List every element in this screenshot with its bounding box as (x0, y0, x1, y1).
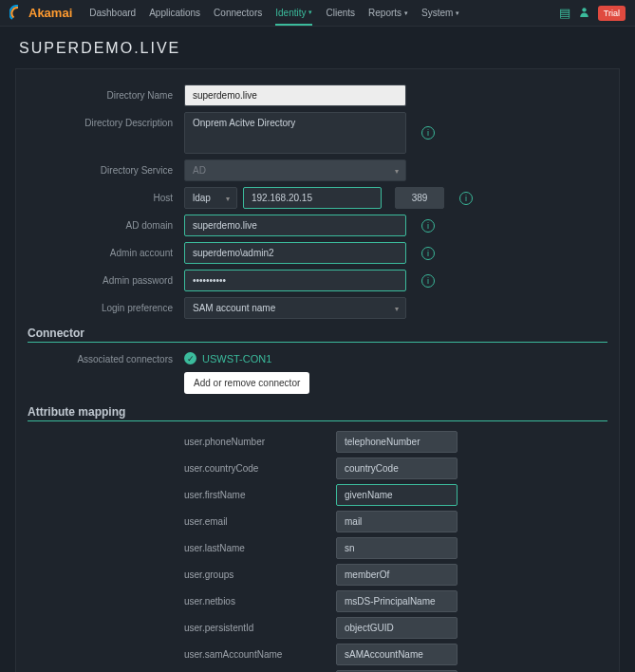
attribute-value-input[interactable] (336, 511, 458, 532)
ad-domain-input[interactable] (184, 215, 406, 236)
connector-name: ✓ USWST-CON1 (184, 352, 309, 364)
user-attribute-label: user.persistentId (184, 623, 336, 633)
add-remove-connector-button[interactable]: Add or remove connector (184, 372, 309, 394)
attribute-row: user.email (28, 511, 607, 532)
user-attribute-label: user.lastName (184, 543, 336, 553)
info-icon[interactable]: i (421, 274, 435, 288)
info-icon[interactable]: i (421, 247, 435, 260)
akamai-swoosh-icon (9, 5, 27, 22)
page-title: SUPERDEMO.LIVE (19, 40, 620, 57)
info-icon[interactable]: i (421, 126, 435, 140)
nav-right: ▤ Trial (559, 6, 626, 21)
divider (28, 420, 607, 421)
host-ip-input[interactable] (243, 187, 382, 209)
user-icon[interactable] (578, 6, 590, 21)
attribute-value-input[interactable] (336, 537, 458, 559)
user-attribute-label: user.groups (184, 569, 336, 580)
admin-account-input[interactable] (184, 242, 406, 264)
attribute-value-input[interactable] (336, 590, 458, 612)
svg-point-0 (582, 8, 586, 11)
nav-applications[interactable]: Applications (149, 8, 200, 19)
nav-dashboard[interactable]: Dashboard (89, 8, 136, 19)
admin-password-input[interactable] (184, 270, 406, 291)
chevron-down-icon: ▾ (404, 9, 408, 17)
attribute-value-input[interactable] (336, 484, 458, 506)
nav-clients[interactable]: Clients (326, 8, 355, 19)
attribute-value-input[interactable] (336, 564, 458, 586)
host-protocol-select[interactable]: ldap (184, 187, 237, 209)
label-login-preference: Login preference (28, 297, 184, 313)
chevron-down-icon: ▾ (456, 9, 459, 17)
nav-connectors[interactable]: Connectors (214, 8, 262, 19)
label-admin-password: Admin password (28, 270, 184, 286)
brand-logo: Akamai (9, 5, 72, 22)
attribute-row: user.lastName (28, 537, 607, 559)
label-ad-domain: AD domain (28, 215, 184, 231)
attribute-rows: user.phoneNumberuser.countryCodeuser.fir… (28, 431, 607, 672)
user-attribute-label: user.netbios (184, 596, 336, 607)
nav-items: Dashboard Applications Connectors Identi… (89, 8, 559, 19)
chevron-down-icon: ▾ (308, 9, 312, 16)
section-connector-title: Connector (28, 327, 607, 340)
nav-system[interactable]: System▾ (421, 8, 459, 19)
login-preference-select[interactable]: SAM account name (184, 297, 406, 319)
attribute-row: user.countryCode (28, 457, 607, 479)
calendar-icon[interactable]: ▤ (559, 6, 570, 20)
info-icon[interactable]: i (459, 192, 473, 205)
attribute-row: user.persistentId (28, 617, 607, 639)
attribute-value-input[interactable] (336, 644, 458, 665)
top-nav: Akamai Dashboard Applications Connectors… (0, 0, 635, 27)
attribute-row: user.groups (28, 564, 607, 586)
user-attribute-label: user.phoneNumber (184, 437, 336, 447)
directory-description-input[interactable]: Onprem Acitve Directory (184, 112, 406, 154)
label-host: Host (28, 187, 184, 203)
trial-badge: Trial (598, 6, 626, 21)
directory-panel: Directory Name Directory Description Onp… (15, 68, 620, 672)
divider (28, 342, 607, 343)
section-attribute-mapping-title: Attribute mapping (28, 405, 607, 419)
directory-name-input[interactable] (184, 84, 406, 106)
user-attribute-label: user.firstName (184, 490, 336, 500)
attribute-value-input[interactable] (336, 431, 458, 453)
label-directory-name: Directory Name (28, 84, 184, 101)
brand-text: Akamai (28, 6, 72, 20)
attribute-row: user.phoneNumber (28, 431, 607, 453)
info-icon[interactable]: i (421, 219, 435, 233)
attribute-value-input[interactable] (336, 457, 458, 479)
attribute-row: user.netbios (28, 590, 607, 612)
label-directory-service: Directory Service (28, 159, 184, 176)
directory-service-select: AD (184, 159, 406, 181)
attribute-row: user.firstName (28, 484, 607, 506)
attribute-row: user.samAccountName (28, 644, 607, 665)
nav-reports[interactable]: Reports▾ (368, 8, 408, 19)
user-attribute-label: user.samAccountName (184, 649, 336, 660)
user-attribute-label: user.countryCode (184, 463, 336, 474)
label-admin-account: Admin account (28, 242, 184, 258)
label-associated-connectors: Associated connectors (28, 352, 184, 364)
user-attribute-label: user.email (184, 516, 336, 527)
host-port-input[interactable] (395, 187, 444, 209)
attribute-value-input[interactable] (336, 617, 458, 639)
nav-identity[interactable]: Identity▾ (275, 8, 312, 26)
check-circle-icon: ✓ (184, 352, 196, 364)
page: SUPERDEMO.LIVE Directory Name Directory … (0, 27, 635, 672)
label-directory-description: Directory Description (28, 112, 184, 128)
